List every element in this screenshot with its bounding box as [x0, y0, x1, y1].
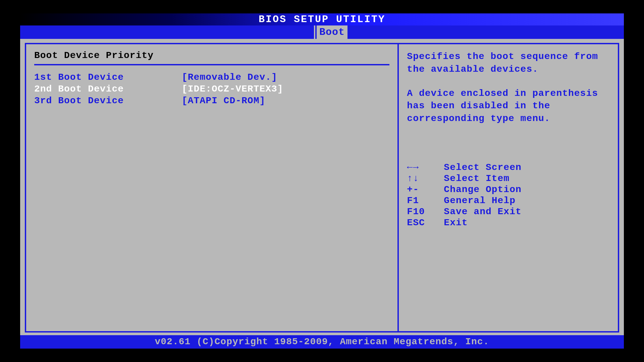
boot-item-label: 2nd Boot Device — [34, 84, 182, 94]
boot-item-2[interactable]: 2nd Boot Device [IDE:OCZ-VERTEX3] — [34, 83, 389, 95]
key-arrows-lr-icon: ←→ — [407, 162, 444, 173]
key-esc: ESC — [407, 218, 444, 228]
footer-bar: v02.61 (C)Copyright 1985-2009, American … — [20, 335, 624, 349]
key-row: F10 Save and Exit — [407, 206, 610, 217]
key-row: ↑↓ Select Item — [407, 173, 610, 184]
key-desc: Save and Exit — [444, 206, 521, 217]
bios-window: BIOS SETUP UTILITY Boot Boot Device Prio… — [20, 13, 624, 349]
help-text-1: Specifies the boot sequence from the ava… — [407, 50, 610, 76]
app-title: BIOS SETUP UTILITY — [259, 14, 385, 25]
tab-boot[interactable]: Boot — [315, 25, 349, 39]
key-row: +- Change Option — [407, 184, 610, 195]
body-area: Boot Device Priority 1st Boot Device [Re… — [20, 39, 624, 335]
boot-item-value: [Removable Dev.] — [182, 72, 389, 82]
key-plusminus-icon: +- — [407, 184, 444, 195]
key-desc: Exit — [444, 218, 468, 228]
key-arrows-ud-icon: ↑↓ — [407, 173, 444, 184]
key-row: ESC Exit — [407, 217, 610, 228]
help-pane: Specifies the boot sequence from the ava… — [399, 44, 618, 331]
key-row: F1 General Help — [407, 195, 610, 206]
key-desc: Change Option — [444, 184, 521, 195]
footer-text: v02.61 (C)Copyright 1985-2009, American … — [155, 337, 489, 347]
title-bar: BIOS SETUP UTILITY — [20, 13, 624, 25]
section-title: Boot Device Priority — [34, 50, 389, 65]
boot-item-1[interactable]: 1st Boot Device [Removable Dev.] — [34, 71, 389, 83]
tab-label: Boot — [319, 26, 345, 38]
key-row: ←→ Select Screen — [407, 162, 610, 173]
key-desc: Select Item — [444, 173, 509, 184]
key-desc: General Help — [444, 195, 516, 206]
boot-item-label: 1st Boot Device — [34, 72, 182, 82]
key-desc: Select Screen — [444, 162, 521, 173]
boot-item-value: [IDE:OCZ-VERTEX3] — [182, 84, 389, 94]
boot-item-value: [ATAPI CD-ROM] — [182, 96, 389, 106]
boot-item-label: 3rd Boot Device — [34, 96, 182, 106]
key-f10: F10 — [407, 206, 444, 217]
key-legend: ←→ Select Screen ↑↓ Select Item +- Chang… — [407, 162, 610, 228]
settings-pane: Boot Device Priority 1st Boot Device [Re… — [26, 44, 399, 331]
boot-item-3[interactable]: 3rd Boot Device [ATAPI CD-ROM] — [34, 95, 389, 107]
panels: Boot Device Priority 1st Boot Device [Re… — [25, 43, 619, 333]
help-text-2: A device enclosed in parenthesis has bee… — [407, 87, 610, 125]
key-f1: F1 — [407, 195, 444, 206]
menu-bar[interactable]: Boot — [20, 25, 624, 39]
